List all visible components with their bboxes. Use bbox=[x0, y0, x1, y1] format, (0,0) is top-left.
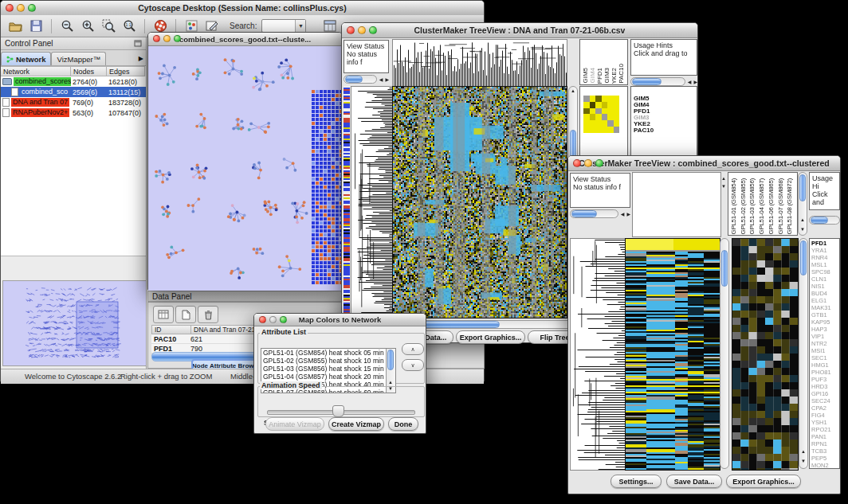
hints-hscrollbar[interactable]: ◀▶ bbox=[630, 77, 697, 86]
scroll-left-icon[interactable]: ◀ bbox=[379, 76, 383, 82]
gene-label[interactable]: HMG1 bbox=[811, 361, 838, 369]
button-done[interactable]: Done bbox=[388, 417, 418, 431]
search-dropdown-icon[interactable]: ▼ bbox=[295, 20, 305, 32]
status-hscrollbar[interactable]: ◀▶ bbox=[344, 75, 389, 84]
scroll-thumb[interactable] bbox=[632, 78, 662, 85]
scroll-up-icon[interactable]: ▲ bbox=[388, 380, 393, 385]
scroll-up-icon[interactable]: ▲ bbox=[571, 88, 575, 93]
matrix-cell[interactable] bbox=[607, 114, 614, 120]
matrix-cell[interactable] bbox=[583, 102, 590, 108]
matrix-cell[interactable] bbox=[614, 96, 620, 102]
global-pixel-strip[interactable] bbox=[344, 86, 350, 317]
matrix-cell[interactable] bbox=[583, 127, 590, 133]
tab-network[interactable]: Network bbox=[1, 52, 51, 65]
new-attribute-button[interactable] bbox=[175, 306, 196, 323]
matrix-cell[interactable] bbox=[590, 102, 596, 108]
matrix-cell[interactable] bbox=[583, 120, 590, 127]
gene-label[interactable]: FIG4 bbox=[811, 412, 838, 419]
global-heatmap-canvas[interactable] bbox=[626, 239, 720, 470]
hints-hscrollbar[interactable] bbox=[809, 216, 840, 225]
matrix-cell[interactable] bbox=[595, 108, 602, 115]
gene-label[interactable]: CLN1 bbox=[811, 275, 838, 283]
matrix-cell[interactable] bbox=[590, 120, 596, 127]
network-overview-canvas[interactable] bbox=[3, 281, 144, 364]
gene-label[interactable]: GPI16 bbox=[811, 390, 838, 397]
gene-label[interactable]: YSH1 bbox=[811, 419, 838, 426]
gene-label[interactable]: MSI1 bbox=[811, 347, 838, 354]
gene-label[interactable]: RPN1 bbox=[811, 440, 838, 447]
global-heatmap-panel[interactable] bbox=[625, 238, 720, 471]
gene-label[interactable]: CPA2 bbox=[811, 404, 838, 412]
zoom-selected-button[interactable] bbox=[100, 18, 116, 34]
tab-overflow-icon[interactable]: ▶ bbox=[139, 52, 143, 65]
row-dendrogram-canvas[interactable] bbox=[351, 87, 392, 318]
column-tree-panel[interactable] bbox=[632, 172, 721, 237]
zoom-window-icon[interactable] bbox=[595, 159, 603, 167]
search-input[interactable]: ▼ bbox=[261, 19, 306, 33]
scroll-up-icon[interactable]: ▲ bbox=[721, 176, 726, 181]
scroll-left-icon[interactable]: ◀ bbox=[621, 211, 625, 217]
gene-label[interactable]: SEC1 bbox=[811, 354, 838, 361]
zoom-vscrollbar[interactable]: ▲ ▼ bbox=[799, 238, 808, 469]
tab-vizmapper[interactable]: VizMapper™ bbox=[51, 52, 106, 65]
header-vscrollbar[interactable]: ▲ ▼ bbox=[798, 172, 807, 236]
gene-label[interactable]: MON2 bbox=[811, 462, 838, 469]
save-button[interactable] bbox=[28, 18, 44, 34]
zoom-fit-button[interactable]: 1:1 bbox=[121, 18, 137, 34]
network-row[interactable]: RNAPuberNov2+563(0)107847(0) bbox=[1, 107, 146, 118]
row-dendrogram-panel[interactable] bbox=[570, 238, 626, 471]
attribute-item[interactable]: GPL51-04 (GSM857) heat shock 20 min bbox=[261, 373, 395, 381]
gene-label[interactable]: KAP95 bbox=[811, 318, 838, 326]
button-save-data[interactable]: Save Data... bbox=[666, 475, 722, 488]
matrix-cell[interactable] bbox=[602, 108, 608, 115]
gene-label[interactable]: HAP3 bbox=[811, 326, 838, 333]
matrix-cell[interactable] bbox=[607, 96, 614, 102]
matrix-cell[interactable] bbox=[607, 120, 614, 127]
matrix-cell[interactable] bbox=[595, 96, 602, 102]
matrix-cell[interactable] bbox=[602, 96, 608, 102]
close-icon[interactable] bbox=[259, 316, 266, 323]
scroll-up-icon[interactable]: ▲ bbox=[801, 449, 806, 454]
gene-label[interactable]: TCB3 bbox=[811, 447, 838, 455]
scroll-down-icon[interactable]: ▼ bbox=[801, 459, 806, 463]
speed-slider-thumb[interactable] bbox=[332, 405, 344, 417]
column-dendrogram-panel[interactable] bbox=[392, 39, 567, 87]
matrix-cell[interactable] bbox=[614, 114, 620, 120]
gene-label[interactable]: SEC24 bbox=[811, 397, 838, 404]
minimize-icon[interactable] bbox=[17, 4, 25, 12]
delete-attribute-button[interactable] bbox=[198, 306, 218, 323]
row-dendrogram-canvas[interactable] bbox=[571, 239, 625, 470]
gene-label[interactable]: ELG1 bbox=[811, 297, 838, 304]
matrix-cell[interactable] bbox=[590, 96, 596, 102]
button-export-graphics[interactable]: Export Graphics... bbox=[726, 475, 801, 488]
gene-label[interactable]: MSL1 bbox=[811, 261, 838, 268]
matrix-cell[interactable] bbox=[607, 102, 614, 108]
gene-label[interactable]: YRA1 bbox=[811, 247, 838, 254]
matrix-cell[interactable] bbox=[614, 127, 620, 133]
zoom-out-button[interactable] bbox=[59, 18, 75, 34]
matrix-cell[interactable] bbox=[595, 120, 602, 127]
matrix-cell[interactable] bbox=[602, 102, 608, 108]
scroll-thumb[interactable] bbox=[800, 240, 807, 275]
attribute-select-button[interactable] bbox=[153, 306, 174, 323]
network-row[interactable]: DNA and Tran 07769(0)183728(0) bbox=[1, 97, 146, 107]
matrix-cell[interactable] bbox=[614, 102, 620, 108]
network-canvas[interactable] bbox=[148, 46, 342, 291]
gene-label[interactable]: NIS1 bbox=[811, 283, 838, 290]
scroll-thumb[interactable] bbox=[345, 76, 363, 83]
treeview1-titlebar[interactable]: ClusterMaker TreeView : DNA and Tran 07-… bbox=[342, 23, 697, 38]
main-titlebar[interactable]: Cytoscape Desktop (Session Name: collins… bbox=[1, 1, 484, 16]
network-overview-panel[interactable] bbox=[2, 280, 147, 366]
zoom-window-icon[interactable] bbox=[28, 4, 36, 12]
heatmap-panel[interactable] bbox=[392, 86, 567, 318]
close-icon[interactable] bbox=[573, 159, 581, 167]
heatmap-canvas[interactable] bbox=[393, 87, 567, 318]
scroll-right-icon[interactable]: ▶ bbox=[626, 211, 630, 217]
button-settings[interactable]: Settings... bbox=[610, 475, 662, 488]
matrix-cell[interactable] bbox=[595, 127, 602, 133]
button-export-graphics[interactable]: Export Graphics... bbox=[456, 330, 525, 344]
row-dendrogram-panel[interactable] bbox=[351, 86, 393, 318]
scroll-right-icon[interactable]: ▶ bbox=[385, 76, 389, 82]
minimize-icon[interactable] bbox=[358, 26, 366, 34]
zoom-heatmap-panel[interactable] bbox=[732, 238, 799, 471]
